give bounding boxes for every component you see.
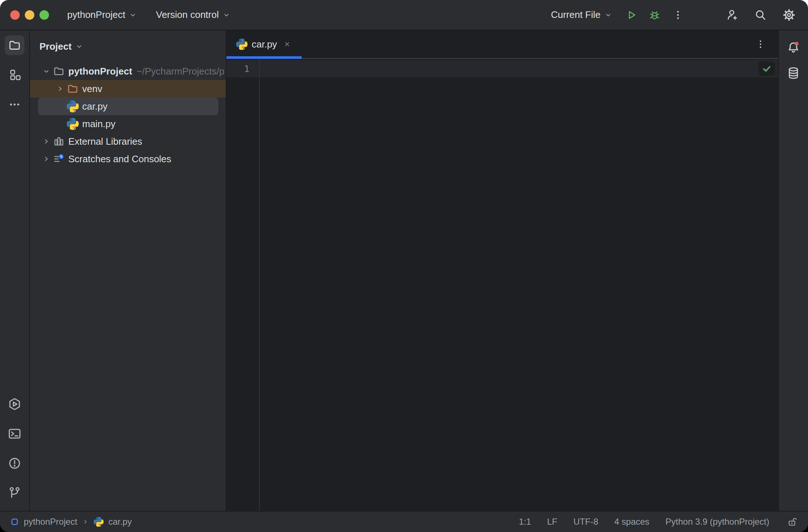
no-problems-checkmark-icon bbox=[762, 64, 772, 74]
libraries-icon bbox=[53, 136, 65, 147]
gutter-separator bbox=[259, 59, 260, 511]
pycharm-window: pythonProject Version control Current Fi… bbox=[0, 0, 808, 532]
chevron-down-icon bbox=[129, 11, 137, 19]
close-window-button[interactable] bbox=[10, 10, 20, 20]
project-tool-window-button[interactable] bbox=[5, 35, 24, 55]
folder-icon bbox=[8, 39, 21, 52]
code-editor[interactable]: 1 bbox=[226, 59, 778, 511]
terminal-tool-window-button[interactable] bbox=[5, 424, 24, 444]
tree-item-label: External Libraries bbox=[68, 136, 142, 147]
run-icon bbox=[625, 9, 637, 21]
search-everywhere-button[interactable] bbox=[751, 5, 770, 24]
debug-bug-icon bbox=[648, 9, 661, 21]
statusbar-breadcrumbs: pythonProject car.py bbox=[10, 517, 132, 527]
python-file-icon bbox=[94, 517, 104, 527]
tree-item-path: ~/PycharmProjects/p bbox=[137, 66, 225, 77]
tree-item-label: Scratches and Consoles bbox=[68, 153, 171, 165]
debug-button[interactable] bbox=[645, 5, 664, 24]
project-selector[interactable]: pythonProject bbox=[62, 5, 142, 24]
tree-row-car-py[interactable]: car.py bbox=[30, 98, 226, 115]
settings-button[interactable] bbox=[780, 5, 799, 24]
services-tool-window-button[interactable] bbox=[5, 394, 24, 414]
minimize-window-button[interactable] bbox=[25, 10, 34, 20]
chevron-down-icon bbox=[222, 11, 230, 19]
inspections-widget[interactable] bbox=[758, 61, 775, 76]
kebab-menu-icon bbox=[672, 10, 683, 20]
breadcrumb-file[interactable]: car.py bbox=[108, 517, 132, 527]
vcs-selector-label: Version control bbox=[156, 9, 219, 20]
search-icon bbox=[754, 8, 767, 22]
python-file-icon bbox=[66, 100, 79, 113]
tree-item-label: venv bbox=[82, 83, 102, 95]
line-number: 1 bbox=[226, 64, 259, 74]
kebab-menu-icon bbox=[755, 39, 766, 49]
tree-item-label: pythonProject bbox=[68, 66, 132, 77]
tree-row-venv[interactable]: venv bbox=[30, 80, 226, 98]
tree-item-label: car.py bbox=[82, 101, 107, 112]
editor-area: car.py 1 bbox=[226, 30, 778, 511]
caret-position-widget[interactable]: 1:1 bbox=[519, 517, 531, 527]
notification-badge bbox=[795, 42, 799, 45]
services-icon bbox=[8, 397, 22, 411]
folder-icon bbox=[53, 65, 65, 77]
python-file-icon bbox=[66, 118, 79, 130]
project-selector-label: pythonProject bbox=[67, 9, 125, 20]
problems-icon bbox=[8, 456, 22, 470]
more-actions-button[interactable] bbox=[668, 5, 687, 24]
active-tab-underline bbox=[226, 56, 302, 59]
run-button[interactable] bbox=[622, 5, 641, 24]
python-file-icon bbox=[236, 38, 248, 50]
traffic-lights bbox=[10, 10, 49, 20]
git-branch-icon bbox=[8, 486, 22, 500]
more-horizontal-icon bbox=[8, 98, 21, 111]
notifications-bell-icon bbox=[786, 41, 800, 54]
notifications-button[interactable] bbox=[784, 38, 803, 57]
close-tab-icon[interactable] bbox=[283, 40, 291, 49]
statusbar-widgets: 1:1 LF UTF-8 4 spaces Python 3.9 (python… bbox=[519, 516, 798, 527]
readonly-toggle[interactable] bbox=[787, 516, 798, 527]
right-tool-stripe bbox=[778, 30, 808, 511]
left-stripe-bottom bbox=[5, 394, 24, 511]
code-with-me-button[interactable] bbox=[723, 5, 742, 24]
encoding-widget[interactable]: UTF-8 bbox=[573, 517, 598, 527]
module-icon bbox=[10, 517, 19, 526]
tree-row-main-py[interactable]: main.py bbox=[30, 115, 226, 133]
gear-icon bbox=[782, 8, 796, 22]
breadcrumb-chevron-icon bbox=[82, 518, 89, 525]
tab-car-py[interactable]: car.py bbox=[226, 30, 302, 58]
chevron-down-icon bbox=[75, 42, 83, 50]
database-icon bbox=[786, 66, 800, 80]
interpreter-widget[interactable]: Python 3.9 (pythonProject) bbox=[666, 517, 769, 527]
chevron-down-icon bbox=[604, 11, 612, 19]
run-configuration-label: Current File bbox=[551, 9, 601, 20]
more-tool-windows-button[interactable] bbox=[5, 95, 24, 114]
chevron-collapsed-icon[interactable] bbox=[54, 85, 66, 93]
version-control-tool-window-button[interactable] bbox=[5, 483, 24, 503]
line-separator-widget[interactable]: LF bbox=[547, 517, 557, 527]
breadcrumb-project[interactable]: pythonProject bbox=[24, 517, 77, 527]
tree-row-scratches[interactable]: Scratches and Consoles bbox=[30, 150, 226, 168]
project-panel-title: Project bbox=[39, 41, 72, 52]
project-tool-window: Project pythonProjec bbox=[30, 30, 226, 511]
titlebar: pythonProject Version control Current Fi… bbox=[0, 0, 808, 30]
chevron-collapsed-icon[interactable] bbox=[40, 137, 53, 145]
caret-line-highlight: 1 bbox=[226, 60, 778, 77]
tab-options-button[interactable] bbox=[752, 36, 769, 52]
indent-widget[interactable]: 4 spaces bbox=[614, 517, 649, 527]
left-tool-stripe bbox=[0, 30, 30, 511]
vcs-selector[interactable]: Version control bbox=[151, 5, 236, 24]
statusbar: pythonProject car.py 1:1 LF UTF-8 4 spac… bbox=[0, 511, 808, 532]
editor-tabbar: car.py bbox=[226, 30, 778, 59]
project-panel-header[interactable]: Project bbox=[30, 30, 226, 62]
structure-tool-window-button[interactable] bbox=[5, 65, 24, 85]
scratches-icon bbox=[53, 153, 65, 165]
tree-row-python-project[interactable]: pythonProject ~/PycharmProjects/p bbox=[30, 62, 226, 80]
tree-row-external-libraries[interactable]: External Libraries bbox=[30, 133, 226, 150]
run-configuration-selector[interactable]: Current File bbox=[546, 5, 617, 24]
chevron-collapsed-icon[interactable] bbox=[40, 155, 53, 163]
zoom-window-button[interactable] bbox=[39, 10, 49, 20]
database-tool-window-button[interactable] bbox=[784, 63, 803, 83]
chevron-expanded-icon[interactable] bbox=[40, 67, 53, 75]
tab-label: car.py bbox=[252, 39, 277, 50]
problems-tool-window-button[interactable] bbox=[5, 453, 24, 473]
